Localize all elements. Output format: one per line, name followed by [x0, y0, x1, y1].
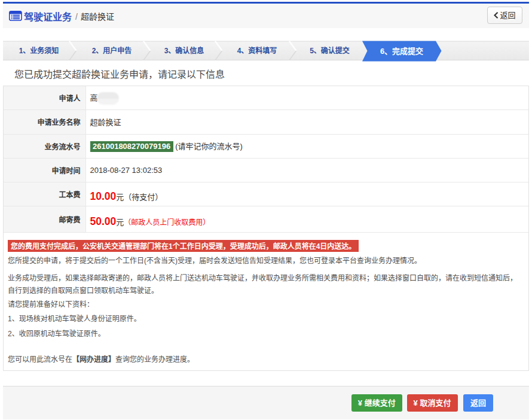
- svg-text:4、资料填写: 4、资料填写: [237, 46, 277, 55]
- svg-text:1、业务须知: 1、业务须知: [19, 46, 59, 55]
- svg-text:2、用户申告: 2、用户申告: [92, 46, 132, 55]
- svg-text:5、确认提交: 5、确认提交: [310, 46, 350, 55]
- svg-text:3、确认信息: 3、确认信息: [164, 46, 204, 55]
- svg-text:6、完成提交: 6、完成提交: [380, 47, 423, 56]
